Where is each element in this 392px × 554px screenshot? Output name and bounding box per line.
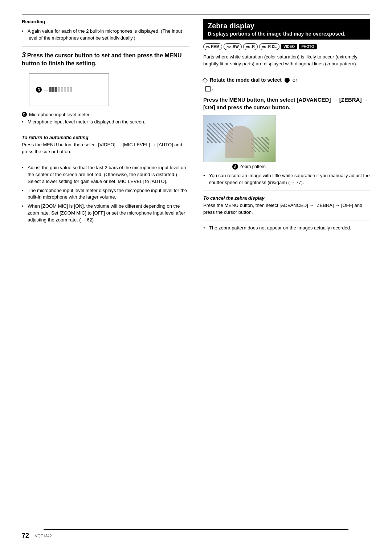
zebra-title: Zebra display (208, 22, 366, 30)
badge-photo: PHOTO (299, 44, 317, 49)
additional-bullets: Adjust the gain value so that the last 2… (22, 164, 189, 224)
note2-list: Microphone input level meter is displaye… (22, 119, 189, 126)
note1-row: D Microphone input level meter (22, 112, 189, 117)
note2-item: Microphone input level meter is displaye… (22, 119, 189, 126)
zebra-subtitle: Displays portions of the image that may … (208, 31, 366, 37)
label-a-row: A Zebra pattern (232, 164, 370, 170)
mic-diagram: D — (29, 73, 109, 106)
bar-1 (49, 87, 52, 92)
divider-1 (22, 46, 189, 46)
bar-6 (64, 87, 66, 92)
badge-r: HD-R (243, 43, 258, 50)
bar-4 (58, 87, 60, 92)
zebra-pattern-label: Zebra pattern (240, 164, 266, 169)
zebra-image (203, 115, 276, 162)
diagram-label-d: D (36, 87, 42, 93)
label-a-icon: A (232, 164, 238, 170)
divider-3 (22, 160, 189, 160)
divider-right-3 (203, 220, 370, 220)
advanced-step: Press the MENU button, then select [ADVA… (203, 96, 370, 112)
top-rule (22, 15, 370, 15)
left-column: Recording A gain value for each of the 2… (22, 19, 189, 233)
add-bullet-3: When [ZOOM MIC] is [ON], the volume will… (22, 203, 189, 224)
parts-text: Parts where white saturation (color satu… (203, 54, 370, 68)
page-footer: 72 VQT1J42 (22, 529, 370, 539)
diamond-icon (203, 78, 208, 83)
bar-5 (61, 87, 63, 92)
to-return-heading: To return to automatic setting (22, 135, 189, 140)
step3-text: Press the cursor button to set and then … (22, 52, 182, 66)
zebra-bullets: You can record an image with little whit… (203, 172, 370, 186)
to-return-text: Press the MENU button, then select [VIDE… (22, 142, 189, 155)
divider-right-1 (203, 72, 370, 72)
add-bullet-2: The microphone input level meter display… (22, 187, 189, 201)
badge-video: VIDEO (281, 44, 297, 49)
recording-header: Recording (22, 19, 189, 24)
bar-7 (67, 87, 69, 92)
rotate-row: Rotate the mode dial to select or (203, 77, 370, 83)
zebra-title-box: Zebra display Displays portions of the i… (203, 19, 370, 40)
or-text: or (293, 77, 297, 83)
media-badges: HDRAM HD-RW HD-R HD-R DL VIDEO PHOTO (203, 43, 370, 50)
right-column: Zebra display Displays portions of the i… (203, 19, 370, 233)
recording-bullet-1: A gain value for each of the 2 built-in … (22, 28, 189, 42)
circle-icon (285, 78, 290, 83)
bar-2 (52, 87, 54, 92)
final-bullets: The zebra pattern does not appear on the… (203, 225, 370, 232)
note1-text: Microphone input level meter (29, 112, 90, 117)
to-cancel-text: Press the MENU button, then select [ADVA… (203, 202, 370, 216)
divider-right-2 (203, 191, 370, 191)
page: Recording A gain value for each of the 2… (0, 0, 392, 554)
footer-rule (44, 529, 348, 530)
square-icon (205, 86, 211, 91)
model-number: VQT1J42 (35, 534, 52, 538)
divider-2 (22, 130, 189, 130)
rotate-text: Rotate the mode dial to select or (210, 77, 298, 83)
bar-8 (70, 87, 72, 92)
step-number: 3 (22, 51, 26, 59)
badge-rdl: HD-R DL (259, 43, 279, 50)
bar-3 (55, 87, 57, 92)
meter-bars (49, 87, 72, 92)
badge-ram: HDRAM (203, 43, 222, 50)
page-number: 72 (22, 532, 29, 539)
final-bullet: The zebra pattern does not appear on the… (203, 225, 370, 232)
to-cancel-heading: To cancel the zebra display (203, 195, 370, 201)
step3-heading: 3 Press the cursor button to set and the… (22, 51, 189, 68)
badge-rw: HD-RW (224, 43, 241, 50)
person-silhouette (225, 126, 254, 158)
add-bullet-1: Adjust the gain value so that the last 2… (22, 164, 189, 185)
recording-bullets: A gain value for each of the 2 built-in … (22, 28, 189, 42)
small-square-row: . (205, 86, 370, 91)
two-col-layout: Recording A gain value for each of the 2… (22, 19, 370, 233)
note-d-icon: D (22, 112, 27, 117)
zebra-bullet-1: You can record an image with little whit… (203, 172, 370, 186)
